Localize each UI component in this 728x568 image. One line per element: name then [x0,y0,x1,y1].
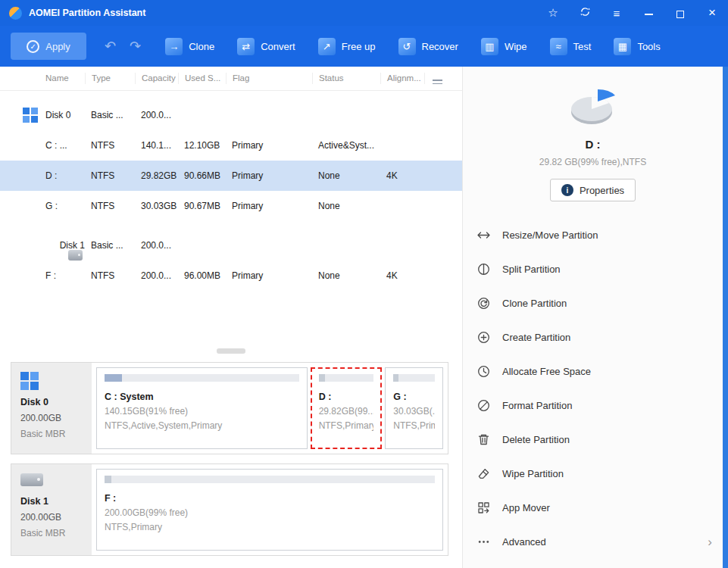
apply-check-icon: ✓ [27,40,39,53]
toolbar-convert[interactable]: ⇄ Convert [237,38,295,55]
disk1-map-name: Disk 1 [20,496,83,507]
apply-button[interactable]: ✓ Apply [11,33,86,60]
table-row-disk0[interactable]: Disk 0 Basic ...200.0... [0,100,462,130]
selected-partition-details: 29.82 GB(99% free),NTFS [463,157,723,167]
menu-icon[interactable]: ≡ [610,7,623,20]
create-icon [476,330,491,345]
disk1-map-scheme: Basic MBR [20,528,83,538]
partition-block-f[interactable]: F : 200.00GB(99% free) NTFS,Primary [96,469,443,551]
action-clone[interactable]: Clone Partition [463,286,723,320]
minimize-button[interactable] [642,7,655,20]
disk1-map-icon [20,473,43,486]
partition-block-c[interactable]: C : System 140.15GB(91% free) NTFS,Activ… [96,367,308,449]
disk0-map-name: Disk 0 [20,397,83,407]
table-row-d-selected[interactable]: D : NTFS29.82GB 90.66MBPrimary None4K [0,161,462,191]
partition-block-d-selected[interactable]: D : 29.82GB(99... NTFS,Primary [311,367,383,449]
col-status: Status [312,73,380,84]
disk1-map-panel: Disk 1 200.00GB Basic MBR F : 200.00GB(9… [11,463,448,556]
partition-c-usage-bar [105,374,299,382]
allocate-free-space-icon [476,364,491,379]
properties-button[interactable]: i Properties [550,179,636,201]
wipe-icon [476,467,491,481]
toolbar-tools[interactable]: ▦ Tools [614,38,660,55]
test-tool-icon: ≈ [550,38,567,55]
partition-g-usage-bar [393,374,435,382]
selected-partition-title: D : [463,138,723,151]
splitter-handle[interactable] [0,347,462,356]
toolbar-test[interactable]: ≈ Test [550,38,592,55]
action-allocate[interactable]: Allocate Free Space [463,354,723,389]
toolbar-tools-label: Tools [637,41,660,52]
disk0-map-scheme: Basic MBR [20,429,83,439]
action-app-mover[interactable]: App Mover [463,491,723,525]
action-split[interactable]: Split Partition [463,252,723,286]
properties-label: Properties [580,185,624,196]
action-format[interactable]: Format Partition [463,389,723,423]
toolbar-free-up[interactable]: ↗ Free up [318,38,376,55]
col-used: Used S... [178,73,226,84]
clone-icon [476,296,491,311]
partition-list-panel: Name Type Capacity Used S... Flag Status… [0,67,462,568]
split-icon [476,262,491,276]
toolbar-clone-label: Clone [189,41,214,52]
disk0-map-panel: Disk 0 200.00GB Basic MBR C : System 140… [11,362,448,454]
toolbar-wipe-label: Wipe [505,41,527,52]
toolbar: ✓ Apply ↶ ↷ → Clone ⇄ Convert ↗ Free up … [0,26,728,67]
window-title: AOMEI Partition Assistant [29,8,145,18]
disk0-map-size: 200.00GB [20,413,83,423]
disk1-map-info[interactable]: Disk 1 200.00GB Basic MBR [11,464,92,555]
toolbar-test-label: Test [573,41,592,52]
disk1-icon [68,250,83,261]
action-advanced[interactable]: Advanced › [463,525,723,559]
maximize-button[interactable] [673,7,687,20]
table-header: Name Type Capacity Used S... Flag Status… [0,67,462,91]
disk1-map-size: 200.00GB [20,512,83,523]
action-sidebar: D : 29.82 GB(99% free),NTFS i Properties… [462,67,723,568]
disk0-icon [23,108,38,123]
toolbar-clone[interactable]: → Clone [165,38,214,55]
resize-move-icon [476,228,491,242]
partition-f-usage-bar [105,476,435,483]
action-delete[interactable]: Delete Partition [463,423,723,457]
app-mover-icon [476,501,491,515]
apply-label: Apply [45,41,70,52]
advanced-icon [476,535,491,549]
table-row-c[interactable]: C : ... NTFS140.1... 12.10GBPrimary Acti… [0,130,462,161]
partition-block-g[interactable]: G : 30.03GB(... NTFS,Prim... [385,367,443,449]
toolbar-free-up-label: Free up [342,41,376,52]
col-alignment: Alignm... [380,73,424,84]
table-row-f[interactable]: F : NTFS200.0... 96.00MBPrimary None4K [0,261,462,291]
toolbar-recover[interactable]: ↺ Recover [398,38,458,55]
action-wipe[interactable]: Wipe Partition [463,457,723,491]
close-button[interactable]: × [705,5,719,20]
star-icon[interactable]: ☆ [546,6,560,20]
redo-icon[interactable]: ↷ [130,38,141,55]
col-flag: Flag [226,73,312,84]
partition-d-usage-bar [319,374,374,382]
col-type: Type [85,73,135,84]
chevron-right-icon: › [708,535,712,550]
disk0-map-icon [20,372,39,390]
wipe-tool-icon: ▥ [481,38,498,55]
col-capacity: Capacity [135,73,178,84]
info-icon: i [561,184,573,196]
delete-icon [476,432,491,447]
action-resize-move[interactable]: Resize/Move Partition [463,218,723,252]
convert-tool-icon: ⇄ [237,38,255,55]
free-up-tool-icon: ↗ [318,38,336,55]
undo-icon[interactable]: ↶ [105,38,116,55]
right-accent-bar [723,67,728,568]
toolbar-wipe[interactable]: ▥ Wipe [481,38,527,55]
column-settings-icon[interactable] [431,78,444,84]
action-create[interactable]: Create Partition [463,320,723,354]
col-name: Name [0,73,85,84]
app-logo-icon [9,7,22,20]
disk0-map-info[interactable]: Disk 0 200.00GB Basic MBR [11,363,92,454]
toolbar-recover-label: Recover [422,41,458,52]
toolbar-convert-label: Convert [261,41,295,52]
clone-tool-icon: → [165,38,183,55]
table-row-disk1[interactable]: Disk 1 Basic ...200.0... [0,230,462,261]
refresh-icon[interactable] [578,6,592,20]
pie-chart-icon [565,85,621,129]
table-row-g[interactable]: G : NTFS30.03GB 90.67MBPrimary None [0,191,462,221]
